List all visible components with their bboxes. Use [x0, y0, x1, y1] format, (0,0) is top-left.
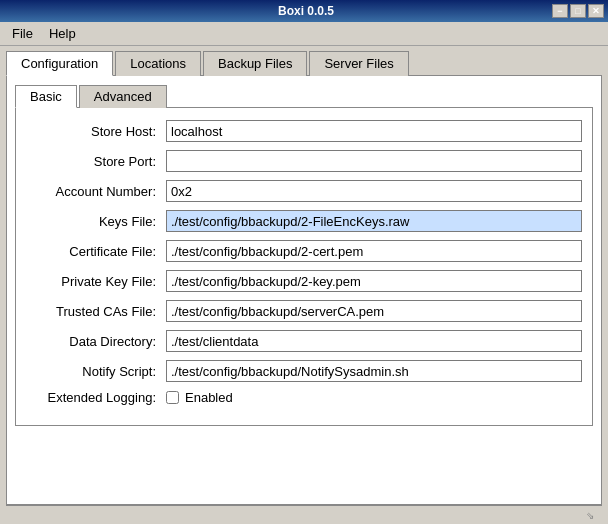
input-trusted-cas-file[interactable] — [166, 300, 582, 322]
maximize-button[interactable]: □ — [570, 4, 586, 18]
input-account-number[interactable] — [166, 180, 582, 202]
label-private-key-file: Private Key File: — [26, 274, 166, 289]
inner-panel: Store Host: Store Port: Account Number: … — [15, 107, 593, 426]
input-certificate-file[interactable] — [166, 240, 582, 262]
menu-file[interactable]: File — [4, 24, 41, 43]
label-data-directory: Data Directory: — [26, 334, 166, 349]
tab-backup-files[interactable]: Backup Files — [203, 51, 307, 76]
outer-tabs: Configuration Locations Backup Files Ser… — [0, 46, 608, 75]
form-row-notify-script: Notify Script: — [26, 360, 582, 382]
label-keys-file: Keys File: — [26, 214, 166, 229]
main-panel: Basic Advanced Store Host: Store Port: A… — [6, 75, 602, 505]
menu-help[interactable]: Help — [41, 24, 84, 43]
title-bar-buttons: − □ ✕ — [552, 4, 608, 18]
checkbox-label-enabled: Enabled — [185, 390, 233, 405]
input-keys-file[interactable] — [166, 210, 582, 232]
tab-configuration[interactable]: Configuration — [6, 51, 113, 76]
form-row-private-key-file: Private Key File: — [26, 270, 582, 292]
form-row-extended-logging: Extended Logging: Enabled — [26, 390, 582, 405]
inner-tabs: Basic Advanced — [15, 84, 593, 107]
label-account-number: Account Number: — [26, 184, 166, 199]
resize-handle[interactable]: ⇘ — [582, 508, 598, 524]
input-store-host[interactable] — [166, 120, 582, 142]
tab-locations[interactable]: Locations — [115, 51, 201, 76]
form-row-certificate-file: Certificate File: — [26, 240, 582, 262]
form-row-keys-file: Keys File: — [26, 210, 582, 232]
label-store-host: Store Host: — [26, 124, 166, 139]
form-row-account-number: Account Number: — [26, 180, 582, 202]
label-trusted-cas-file: Trusted CAs File: — [26, 304, 166, 319]
status-bar: ⇘ — [6, 505, 602, 524]
label-certificate-file: Certificate File: — [26, 244, 166, 259]
form-row-store-host: Store Host: — [26, 120, 582, 142]
input-store-port[interactable] — [166, 150, 582, 172]
extended-logging-checkbox-row: Enabled — [166, 390, 233, 405]
menu-bar: File Help — [0, 22, 608, 46]
tab-basic[interactable]: Basic — [15, 85, 77, 108]
form-row-trusted-cas-file: Trusted CAs File: — [26, 300, 582, 322]
tab-advanced[interactable]: Advanced — [79, 85, 167, 108]
form-row-store-port: Store Port: — [26, 150, 582, 172]
form-row-data-directory: Data Directory: — [26, 330, 582, 352]
label-extended-logging: Extended Logging: — [26, 390, 166, 405]
close-button[interactable]: ✕ — [588, 4, 604, 18]
label-notify-script: Notify Script: — [26, 364, 166, 379]
input-private-key-file[interactable] — [166, 270, 582, 292]
input-data-directory[interactable] — [166, 330, 582, 352]
minimize-button[interactable]: − — [552, 4, 568, 18]
checkbox-extended-logging[interactable] — [166, 391, 179, 404]
window-title: Boxi 0.0.5 — [60, 4, 552, 18]
title-bar: Boxi 0.0.5 − □ ✕ — [0, 0, 608, 22]
label-store-port: Store Port: — [26, 154, 166, 169]
input-notify-script[interactable] — [166, 360, 582, 382]
tab-server-files[interactable]: Server Files — [309, 51, 408, 76]
